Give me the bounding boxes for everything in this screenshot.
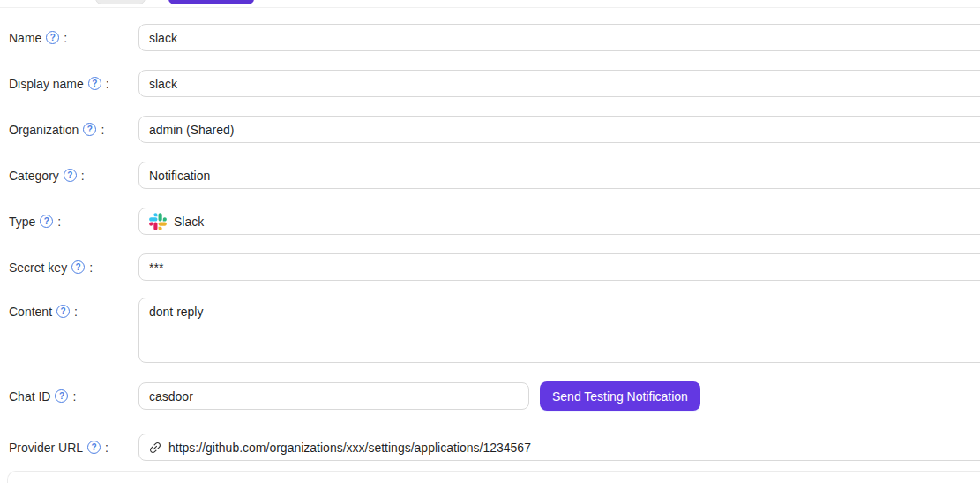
help-icon[interactable]: ?	[55, 389, 68, 403]
chat-id-label-text: Chat ID	[9, 389, 50, 404]
content-label-text: Content	[9, 305, 52, 319]
provider-edit-form: Name ? : Display name ? : Organization ?…	[0, 0, 980, 483]
display-name-label: Display name ? :	[9, 70, 138, 97]
name-input[interactable]	[138, 24, 980, 51]
header-divider	[0, 7, 980, 8]
help-icon[interactable]: ?	[56, 305, 70, 318]
organization-label-text: Organization	[9, 123, 79, 137]
category-label: Category ? :	[9, 162, 138, 189]
provider-url-label-text: Provider URL	[9, 441, 83, 455]
label-colon: :	[101, 123, 104, 137]
secret-key-input[interactable]	[138, 253, 980, 281]
help-icon[interactable]: ?	[64, 169, 77, 182]
link-icon	[149, 441, 161, 454]
display-name-input[interactable]	[138, 70, 980, 97]
label-colon: :	[105, 441, 108, 455]
help-icon[interactable]: ?	[46, 31, 59, 44]
type-select[interactable]: Slack	[138, 208, 980, 235]
chat-id-label: Chat ID ? :	[9, 382, 138, 410]
organization-label: Organization ? :	[9, 116, 138, 143]
secret-key-label-text: Secret key	[9, 260, 67, 275]
category-select-value: Notification	[149, 169, 210, 183]
next-section-edge	[7, 471, 980, 483]
category-select[interactable]: Notification	[138, 162, 980, 189]
label-colon: :	[106, 77, 109, 91]
help-icon[interactable]: ?	[71, 260, 85, 274]
label-colon: :	[64, 31, 67, 45]
label-colon: :	[89, 260, 93, 275]
active-tab-indicator[interactable]	[168, 0, 254, 4]
name-label: Name ? :	[9, 24, 138, 51]
type-label-text: Type	[9, 215, 35, 229]
label-colon: :	[81, 169, 85, 183]
label-colon: :	[74, 305, 78, 319]
slack-logo-icon	[149, 213, 167, 230]
provider-url-field[interactable]	[138, 434, 980, 461]
category-label-text: Category	[9, 169, 59, 183]
label-colon: :	[72, 389, 76, 404]
name-label-text: Name	[9, 31, 41, 45]
help-icon[interactable]: ?	[87, 441, 101, 454]
type-label: Type ? :	[9, 208, 138, 235]
organization-select-value: admin (Shared)	[149, 123, 235, 137]
provider-url-label: Provider URL ? :	[9, 434, 138, 461]
display-name-label-text: Display name	[9, 77, 84, 91]
provider-url-input[interactable]	[168, 434, 978, 460]
send-testing-notification-button[interactable]: Send Testing Notification	[540, 381, 700, 411]
type-select-value: Slack	[174, 215, 204, 229]
help-icon[interactable]: ?	[40, 215, 53, 228]
tab-remnant[interactable]	[95, 0, 146, 4]
content-textarea[interactable]: dont reply	[138, 298, 980, 363]
secret-key-label: Secret key ? :	[9, 253, 138, 281]
chat-id-input[interactable]	[138, 382, 529, 410]
organization-select[interactable]: admin (Shared)	[138, 116, 980, 143]
content-label: Content ? :	[9, 298, 138, 325]
label-colon: :	[57, 215, 61, 229]
help-icon[interactable]: ?	[83, 123, 96, 136]
help-icon[interactable]: ?	[88, 77, 101, 90]
